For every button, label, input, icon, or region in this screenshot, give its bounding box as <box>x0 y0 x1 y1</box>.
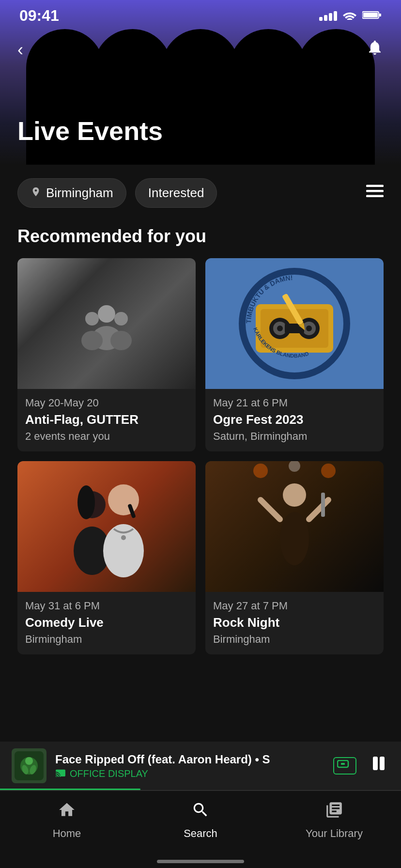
search-icon <box>191 801 210 823</box>
now-playing-cast: OFFICE DISPLAY <box>55 768 324 779</box>
svg-point-41 <box>289 461 300 472</box>
event-card-2[interactable]: TIMBUKTU & DAMN! KÄRLEKENS BLANDBAND May… <box>205 258 384 451</box>
svg-point-35 <box>280 512 309 565</box>
svg-point-30 <box>108 484 139 515</box>
svg-point-18 <box>277 326 283 331</box>
event-date-1: May 20-May 20 <box>25 397 188 409</box>
cast-label: OFFICE DISPLAY <box>70 768 148 779</box>
home-icon <box>58 801 76 823</box>
event-sub-4: Birmingham <box>213 633 376 646</box>
bottom-nav: Home Search Your Library <box>0 790 401 868</box>
nav-search[interactable]: Search <box>134 801 267 840</box>
event-sub-3: Birmingham <box>25 633 188 646</box>
svg-rect-38 <box>321 493 325 517</box>
signal-icon <box>319 11 337 21</box>
svg-point-34 <box>283 483 306 507</box>
nav-home[interactable]: Home <box>0 801 134 840</box>
list-view-icon[interactable] <box>366 184 384 202</box>
svg-point-11 <box>110 331 132 350</box>
event-sub-2: Saturn, Birmingham <box>213 430 376 443</box>
event-card-1[interactable]: May 20-May 20 Anti-Flag, GUTTER 2 events… <box>17 258 196 451</box>
svg-rect-48 <box>341 763 345 765</box>
events-grid: May 20-May 20 Anti-Flag, GUTTER 2 events… <box>0 258 401 654</box>
event-name-3: Comedy Live <box>25 615 188 630</box>
library-icon <box>325 801 343 823</box>
now-playing-bar[interactable]: Face Ripped Off (feat. Aaron Heard) • S … <box>0 742 401 790</box>
event-date-4: May 27 at 7 PM <box>213 600 376 612</box>
event-info-4: May 27 at 7 PM Rock Night Birmingham <box>205 592 384 654</box>
interested-label: Interested <box>148 186 204 201</box>
svg-rect-49 <box>373 757 378 770</box>
svg-point-10 <box>114 312 128 326</box>
progress-bar <box>0 789 140 790</box>
library-label: Your Library <box>306 827 363 840</box>
now-playing-thumbnail <box>12 748 46 783</box>
location-filter[interactable]: Birmingham <box>17 178 126 208</box>
pause-button[interactable] <box>368 753 389 779</box>
nav-library[interactable]: Your Library <box>267 801 401 840</box>
cast-icon <box>55 768 66 779</box>
svg-point-33 <box>121 535 126 540</box>
svg-rect-50 <box>380 757 385 770</box>
svg-point-39 <box>253 464 268 478</box>
bell-icon[interactable] <box>366 39 384 61</box>
cast-button[interactable] <box>333 757 356 775</box>
svg-point-6 <box>98 305 115 323</box>
wifi-icon <box>343 10 356 22</box>
svg-point-8 <box>85 312 99 326</box>
status-icons <box>319 10 382 22</box>
event-info-3: May 31 at 6 PM Comedy Live Birmingham <box>17 592 196 654</box>
svg-line-36 <box>261 500 280 519</box>
now-playing-title: Face Ripped Off (feat. Aaron Heard) • S <box>55 753 324 766</box>
home-indicator <box>157 860 244 863</box>
event-card-4[interactable]: May 27 at 7 PM Rock Night Birmingham <box>205 461 384 654</box>
now-playing-controls <box>333 753 389 779</box>
svg-point-9 <box>81 331 103 350</box>
status-time: 09:41 <box>19 7 59 25</box>
svg-rect-2 <box>363 13 378 17</box>
hero-nav: ‹ <box>0 39 401 61</box>
battery-icon <box>362 10 382 22</box>
svg-point-29 <box>77 485 95 519</box>
filter-bar: Birmingham Interested <box>0 165 401 221</box>
svg-rect-1 <box>379 14 381 16</box>
event-info-1: May 20-May 20 Anti-Flag, GUTTER 2 events… <box>17 389 196 451</box>
svg-point-40 <box>321 464 336 478</box>
event-name-2: Ogre Fest 2023 <box>213 412 376 427</box>
interested-filter[interactable]: Interested <box>135 178 217 208</box>
svg-rect-4 <box>366 190 384 192</box>
svg-rect-5 <box>366 195 384 198</box>
search-label: Search <box>184 827 217 840</box>
content-area: Recommended for you May 20 <box>0 221 401 819</box>
location-pin-icon <box>31 186 41 200</box>
back-button[interactable]: ‹ <box>17 40 23 60</box>
event-card-3[interactable]: May 31 at 6 PM Comedy Live Birmingham <box>17 461 196 654</box>
home-label: Home <box>53 827 81 840</box>
page-title: Live Events <box>17 117 163 145</box>
event-date-3: May 31 at 6 PM <box>25 600 188 612</box>
now-playing-info: Face Ripped Off (feat. Aaron Heard) • S … <box>55 753 324 779</box>
event-date-2: May 21 at 6 PM <box>213 397 376 409</box>
location-label: Birmingham <box>46 186 113 201</box>
event-name-4: Rock Night <box>213 615 376 630</box>
section-title: Recommended for you <box>0 221 401 258</box>
svg-line-37 <box>309 500 328 519</box>
svg-rect-3 <box>366 185 384 187</box>
status-bar: 09:41 <box>0 0 401 30</box>
svg-point-21 <box>306 326 312 331</box>
event-sub-1: 2 events near you <box>25 430 188 443</box>
event-info-2: May 21 at 6 PM Ogre Fest 2023 Saturn, Bi… <box>205 389 384 451</box>
svg-point-44 <box>25 757 33 765</box>
event-name-1: Anti-Flag, GUTTER <box>25 412 188 427</box>
